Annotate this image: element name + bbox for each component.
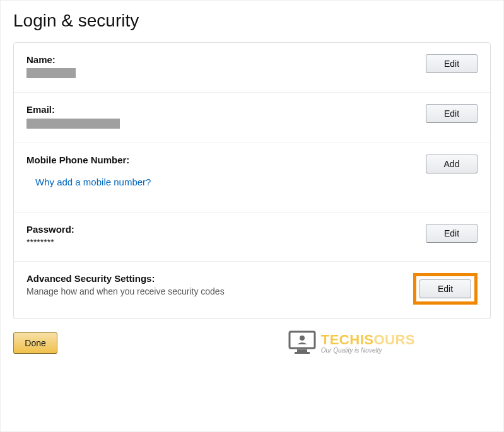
edit-password-button[interactable]: Edit (426, 224, 478, 243)
redacted-block (26, 119, 120, 129)
svg-rect-2 (295, 352, 310, 354)
section-password: Password: ******** Edit (14, 213, 490, 262)
highlight-annotation: Edit (413, 273, 478, 305)
footer: Done TECHISOURS Our Quality is Novelty (13, 330, 491, 356)
settings-panel: Name: Edit Email: Edit Mobile Phone Numb… (13, 42, 491, 319)
add-mobile-button[interactable]: Add (426, 155, 478, 173)
edit-advanced-security-button[interactable]: Edit (419, 279, 471, 298)
advanced-label: Advanced Security Settings: (26, 273, 413, 284)
name-label: Name: (26, 54, 426, 65)
email-label: Email: (26, 104, 426, 115)
redacted-block (26, 68, 76, 78)
brand-logo: TECHISOURS Our Quality is Novelty (288, 330, 415, 356)
section-advanced-security: Advanced Security Settings: Manage how a… (14, 262, 490, 318)
password-label: Password: (26, 224, 426, 235)
section-mobile: Mobile Phone Number: Why add a mobile nu… (14, 143, 490, 213)
done-button[interactable]: Done (13, 332, 57, 354)
page-title: Login & security (13, 11, 491, 31)
name-value (26, 67, 426, 78)
brand-name: TECHISOURS (321, 332, 415, 348)
password-value: ******** (26, 237, 426, 247)
svg-point-3 (300, 336, 305, 341)
svg-rect-1 (297, 349, 307, 352)
mobile-label: Mobile Phone Number: (26, 155, 426, 165)
why-add-mobile-link[interactable]: Why add a mobile number? (35, 177, 151, 187)
section-email: Email: Edit (14, 93, 490, 143)
section-name: Name: Edit (14, 43, 490, 93)
monitor-icon (288, 330, 316, 356)
edit-name-button[interactable]: Edit (426, 54, 478, 73)
edit-email-button[interactable]: Edit (426, 104, 478, 123)
email-value (26, 117, 426, 128)
advanced-help: Manage how and when you receive security… (26, 286, 413, 296)
